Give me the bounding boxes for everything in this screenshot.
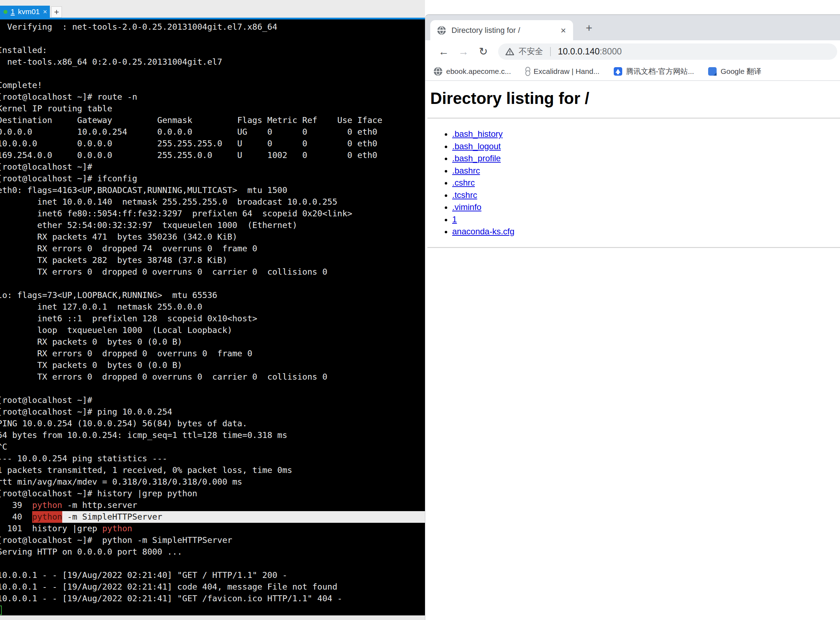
url-port: :8000	[599, 46, 622, 56]
file-list-item: .bash_logout	[452, 140, 840, 153]
terminal-line: 10.0.0.1 - - [19/Aug/2022 02:21:40] "GET…	[0, 569, 425, 581]
file-link[interactable]: .bash_history	[452, 129, 503, 138]
browser-tab[interactable]: Directory listing for / ×	[430, 20, 573, 40]
file-list-item: anaconda-ks.cfg	[452, 226, 840, 238]
bookmark-item[interactable]: ebook.apecome.c...	[434, 67, 511, 76]
terminal-line: TX errors 0 dropped 0 overruns 0 carrier…	[0, 371, 425, 383]
terminal-line: 10.0.0.0 0.0.0.0 255.255.255.0 U 0 0 0 e…	[0, 138, 425, 149]
terminal-line: [root@localhost ~]#	[0, 161, 425, 173]
terminal-line: net-tools.x86_64 0:2.0-0.25.20131004git.…	[0, 56, 425, 68]
terminal-line: 10.0.0.1 - - [19/Aug/2022 02:21:41] "GET…	[0, 593, 425, 605]
terminal-line: --- 10.0.0.254 ping statistics ---	[0, 453, 425, 465]
file-link[interactable]: .viminfo	[452, 202, 482, 212]
browser-window: Directory listing for / × + ← → ↻ 不安全 10…	[425, 15, 840, 620]
terminal-line: inet 10.0.0.140 netmask 255.255.255.0 br…	[0, 196, 425, 208]
terminal-line	[0, 383, 425, 394]
terminal-screen[interactable]: Verifying : net-tools-2.0-0.25.20131004g…	[0, 20, 425, 615]
terminal-line: 39 python -m http.server	[0, 500, 425, 511]
bookmark-item[interactable]: Google 翻译	[708, 66, 762, 76]
terminal-new-tab-button[interactable]: +	[51, 6, 62, 18]
terminal-line: 64 bytes from 10.0.0.254: icmp_seq=1 ttl…	[0, 429, 425, 441]
bookmark-label: Excalidraw | Hand...	[533, 67, 599, 76]
terminal-line: [root@localhost ~]# python -m SimpleHTTP…	[0, 534, 425, 546]
content-divider-bottom	[428, 247, 840, 248]
page-content: Directory listing for / .bash_history .b…	[425, 89, 840, 248]
file-list-item: .viminfo	[452, 201, 840, 214]
terminal-line: [root@localhost ~]#	[0, 394, 425, 406]
file-list-item: .bashrc	[452, 165, 840, 177]
tencent-docs-icon	[614, 67, 622, 76]
file-link[interactable]: .tcshrc	[452, 190, 477, 200]
terminal-line: PING 10.0.0.254 (10.0.0.254) 56(84) byte…	[0, 418, 425, 429]
terminal-line: rtt min/avg/max/mdev = 0.318/0.318/0.318…	[0, 476, 425, 488]
terminal-line	[0, 558, 425, 569]
bookmark-item[interactable]: Excalidraw | Hand...	[525, 67, 599, 76]
back-button[interactable]: ←	[434, 45, 453, 58]
file-link[interactable]: .bash_logout	[452, 141, 501, 151]
terminal-cursor	[0, 605, 2, 615]
file-link[interactable]: .bashrc	[452, 166, 480, 175]
terminal-line: RX errors 0 dropped 0 overruns 0 frame 0	[0, 348, 425, 360]
terminal-line: Verifying : net-tools-2.0-0.25.20131004g…	[0, 21, 425, 33]
excalidraw-icon	[525, 67, 530, 76]
bookmark-label: ebook.apecome.c...	[446, 67, 511, 76]
browser-tab-close-icon[interactable]: ×	[561, 26, 566, 35]
globe-icon	[434, 67, 442, 76]
security-warning-icon	[505, 47, 514, 56]
terminal-tab-index: 1	[11, 8, 15, 16]
terminal-line: 10.0.0.1 - - [19/Aug/2022 02:21:41] code…	[0, 581, 425, 593]
terminal-window: 1 kvm01 × + Verifying : net-tools-2.0-0.…	[0, 0, 425, 620]
terminal-line	[0, 68, 425, 80]
terminal-line: inet 127.0.0.1 netmask 255.0.0.0	[0, 301, 425, 313]
security-label: 不安全	[519, 46, 543, 57]
terminal-line: TX errors 0 dropped 0 overruns 0 carrier…	[0, 266, 425, 278]
terminal-line	[0, 33, 425, 45]
url-host: 10.0.0.140	[558, 46, 599, 56]
browser-new-tab-button[interactable]: +	[581, 20, 597, 36]
terminal-bottom-edge	[0, 615, 425, 620]
terminal-line: TX packets 0 bytes 0 (0.0 B)	[0, 360, 425, 371]
terminal-line: loop txqueuelen 1000 (Local Loopback)	[0, 325, 425, 336]
terminal-line: ether 52:54:00:32:32:97 txqueuelen 1000 …	[0, 220, 425, 231]
file-link[interactable]: .cshrc	[452, 178, 475, 187]
reload-button[interactable]: ↻	[473, 45, 493, 58]
terminal-line: RX packets 0 bytes 0 (0.0 B)	[0, 336, 425, 348]
page-favicon-globe-icon	[437, 26, 446, 35]
terminal-line: RX packets 471 bytes 350236 (342.0 KiB)	[0, 231, 425, 243]
terminal-line: 169.254.0.0 0.0.0.0 255.255.0.0 U 1002 0…	[0, 149, 425, 161]
file-list-item: 1	[452, 214, 840, 226]
terminal-tab-title: kvm01	[18, 8, 40, 16]
bookmark-item[interactable]: 腾讯文档-官方网站...	[614, 66, 694, 76]
terminal-line: inet6 fe80::5054:ff:fe32:3297 prefixlen …	[0, 208, 425, 220]
omnibox-divider	[550, 47, 551, 56]
file-list: .bash_history .bash_logout .bash_profile…	[430, 128, 840, 238]
terminal-tab-close-icon[interactable]: ×	[43, 8, 47, 15]
terminal-line: Installed:	[0, 45, 425, 56]
terminal-line: lo: flags=73<UP,LOOPBACK,RUNNING> mtu 65…	[0, 289, 425, 301]
file-link[interactable]: .bash_profile	[452, 153, 501, 163]
terminal-line	[0, 605, 425, 615]
file-list-item: .cshrc	[452, 177, 840, 189]
terminal-line: 40 python -m SimpleHTTPServer	[0, 511, 425, 523]
file-link[interactable]: 1	[452, 215, 457, 224]
terminal-line: 0.0.0.0 10.0.0.254 0.0.0.0 UG 0 0 0 eth0	[0, 126, 425, 138]
file-list-item: .bash_profile	[452, 152, 840, 165]
terminal-line: Kernel IP routing table	[0, 103, 425, 114]
file-link[interactable]: anaconda-ks.cfg	[452, 227, 514, 236]
terminal-line: Destination Gateway Genmask Flags Metric…	[0, 114, 425, 126]
page-heading: Directory listing for /	[430, 89, 840, 108]
forward-button[interactable]: →	[453, 45, 473, 58]
terminal-line: inet6 ::1 prefixlen 128 scopeid 0x10<hos…	[0, 313, 425, 325]
omnibox-address-bar[interactable]: 不安全 10.0.0.140:8000	[498, 44, 837, 60]
terminal-tab-kvm01[interactable]: 1 kvm01 ×	[0, 6, 50, 18]
terminal-line: Serving HTTP on 0.0.0.0 port 8000 ...	[0, 546, 425, 558]
browser-tab-strip: Directory listing for / × +	[425, 15, 840, 40]
terminal-line: [root@localhost ~]# ifconfig	[0, 173, 425, 185]
terminal-line: TX packets 282 bytes 38748 (37.8 KiB)	[0, 254, 425, 266]
terminal-line: 101 history |grep python	[0, 523, 425, 534]
terminal-tab-bar: 1 kvm01 × +	[0, 0, 425, 18]
terminal-line	[0, 278, 425, 289]
browser-tab-title: Directory listing for /	[452, 26, 555, 35]
file-list-item: .bash_history	[452, 128, 840, 140]
bookmark-label: Google 翻译	[721, 66, 762, 76]
